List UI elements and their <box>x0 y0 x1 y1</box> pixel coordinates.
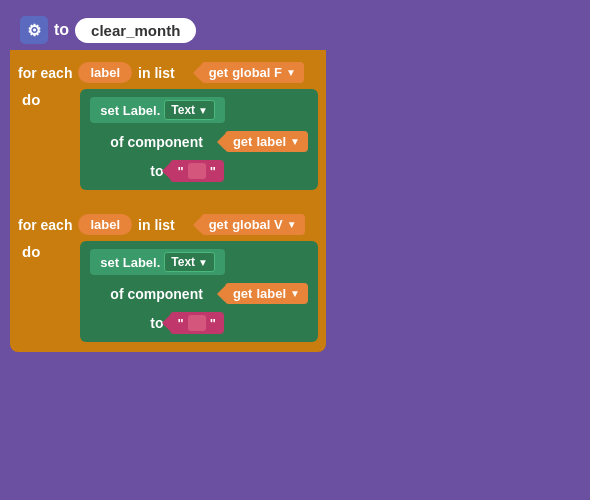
of-component-row-1: of component get label ▼ <box>90 131 308 152</box>
foreach-keyword-1: for each <box>18 65 72 81</box>
foreach-block-1: for each label in list get global F ▼ do <box>18 58 318 190</box>
get-global-f-block[interactable]: get global F ▼ <box>201 62 304 83</box>
string-inner-1 <box>188 163 206 179</box>
dropdown-arrow-label-2[interactable]: ▼ <box>290 288 300 299</box>
text-dropdown-2[interactable]: Text ▼ <box>164 252 215 272</box>
get-label2-1: get <box>233 134 253 149</box>
inner-do-block-1: set Label. Text ▼ of component get <box>80 89 318 190</box>
var-label-1[interactable]: label <box>78 62 132 83</box>
text-dropdown-1[interactable]: Text ▼ <box>164 100 215 120</box>
set-label-block-1[interactable]: set Label. Text ▼ <box>90 97 225 123</box>
get-label2-2: get <box>233 286 253 301</box>
for-each-row-1: for each label in list get global F ▼ <box>18 58 318 87</box>
do-label-2: do <box>18 241 44 262</box>
dropdown-arrow-1[interactable]: ▼ <box>286 67 296 78</box>
get-global-v-block[interactable]: get global V ▼ <box>201 214 305 235</box>
get-label-block-1[interactable]: get label ▼ <box>225 131 308 152</box>
quote-close-1: " <box>210 164 216 179</box>
procedure-block: ⚙ to clear_month for each label in list … <box>10 10 326 352</box>
global-v-label: global V <box>232 217 283 232</box>
inner-do-block-2: set Label. Text ▼ of component get <box>80 241 318 342</box>
string-inner-2 <box>188 315 206 331</box>
of-component-label-1: of component <box>110 134 203 150</box>
empty-string-2[interactable]: " " <box>170 312 224 334</box>
set-label-block-2[interactable]: set Label. Text ▼ <box>90 249 225 275</box>
set-label-row-1: set Label. Text ▼ <box>90 97 308 123</box>
global-f-label: global F <box>232 65 282 80</box>
foreach-block-2: for each label in list get global V ▼ do <box>18 210 318 342</box>
set-label-row-2: set Label. Text ▼ <box>90 249 308 275</box>
to-row-2: to " " <box>90 312 308 334</box>
of-component-row-2: of component get label ▼ <box>90 283 308 304</box>
outer-do-block: for each label in list get global F ▼ do <box>10 50 326 352</box>
keyword-to: to <box>54 21 69 39</box>
dropdown-arrow-label-1[interactable]: ▼ <box>290 136 300 147</box>
component-var-2: label <box>256 286 286 301</box>
var-label-2[interactable]: label <box>78 214 132 235</box>
get-label-block-2[interactable]: get label ▼ <box>225 283 308 304</box>
get-label-2: get <box>209 217 229 232</box>
proc-name[interactable]: clear_month <box>75 18 196 43</box>
in-list-keyword-1: in list <box>138 65 175 81</box>
do-label-1: do <box>18 89 44 110</box>
empty-string-1[interactable]: " " <box>170 160 224 182</box>
quote-open-1: " <box>178 164 184 179</box>
gear-icon: ⚙ <box>20 16 48 44</box>
of-component-label-2: of component <box>110 286 203 302</box>
set-label-text-2: set Label. <box>100 255 160 270</box>
proc-header: ⚙ to clear_month <box>10 10 326 50</box>
for-each-row-2: for each label in list get global V ▼ <box>18 210 318 239</box>
dropdown-arrow-2[interactable]: ▼ <box>287 219 297 230</box>
set-label-text-1: set Label. <box>100 103 160 118</box>
in-list-keyword-2: in list <box>138 217 175 233</box>
quote-close-2: " <box>210 316 216 331</box>
to-row-1: to " " <box>90 160 308 182</box>
component-var-1: label <box>256 134 286 149</box>
foreach-keyword-2: for each <box>18 217 72 233</box>
quote-open-2: " <box>178 316 184 331</box>
get-label-1: get <box>209 65 229 80</box>
